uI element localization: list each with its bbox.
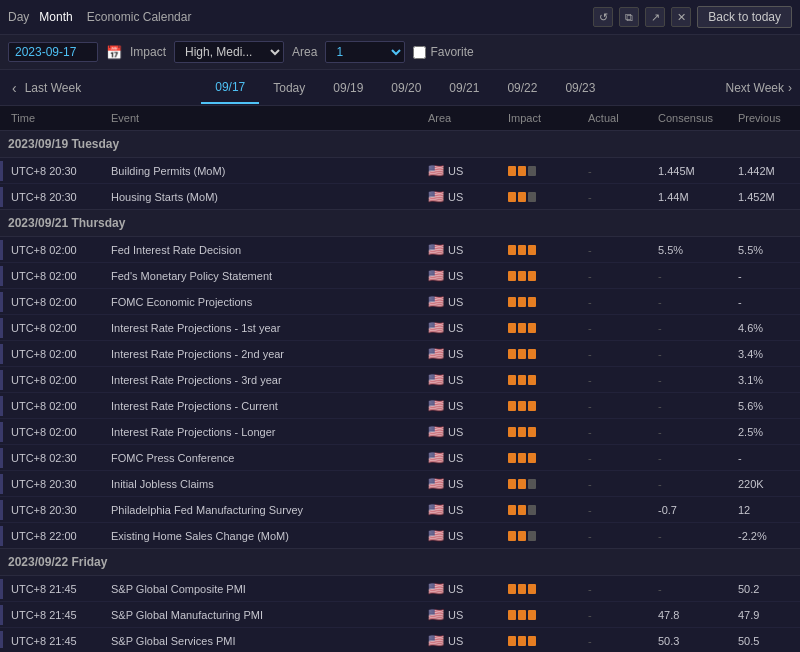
row-area: 🇺🇸US bbox=[420, 628, 500, 649]
row-actual: - bbox=[580, 628, 650, 649]
impact-bars bbox=[508, 271, 572, 281]
area-text: US bbox=[448, 244, 463, 256]
row-event: S&P Global Services PMI bbox=[103, 628, 420, 649]
row-impact bbox=[500, 341, 580, 367]
nav-date-0922[interactable]: 09/22 bbox=[493, 73, 551, 103]
calendar-icon[interactable]: 📅 bbox=[106, 45, 122, 60]
row-time: UTC+8 02:00 bbox=[3, 263, 103, 289]
row-time: UTC+8 02:30 bbox=[3, 445, 103, 471]
table-row[interactable]: UTC+8 02:00Fed's Monetary Policy Stateme… bbox=[0, 263, 800, 289]
back-to-today-button[interactable]: Back to today bbox=[697, 6, 792, 28]
row-area: 🇺🇸US bbox=[420, 289, 500, 315]
table-row[interactable]: UTC+8 02:30FOMC Press Conference🇺🇸US--- bbox=[0, 445, 800, 471]
table-row[interactable]: UTC+8 20:30Initial Jobless Claims🇺🇸US--2… bbox=[0, 471, 800, 497]
refresh-icon[interactable]: ↺ bbox=[593, 7, 613, 27]
row-impact bbox=[500, 315, 580, 341]
row-impact bbox=[500, 497, 580, 523]
row-consensus: - bbox=[650, 263, 730, 289]
col-header-time: Time bbox=[3, 106, 103, 131]
impact-bars bbox=[508, 323, 572, 333]
favorite-label[interactable]: Favorite bbox=[413, 45, 473, 59]
nav-date-0923[interactable]: 09/23 bbox=[551, 73, 609, 103]
impact-select[interactable]: High, Medi... High Medium Low bbox=[174, 41, 284, 63]
next-week-area[interactable]: Next Week › bbox=[726, 81, 792, 95]
nav-date-0921[interactable]: 09/21 bbox=[435, 73, 493, 103]
table-row[interactable]: UTC+8 02:00Interest Rate Projections - C… bbox=[0, 393, 800, 419]
row-time: UTC+8 22:00 bbox=[3, 523, 103, 549]
table-row[interactable]: UTC+8 21:45S&P Global Services PMI🇺🇸US-5… bbox=[0, 628, 800, 649]
row-previous: 47.9 bbox=[730, 602, 800, 628]
row-impact bbox=[500, 419, 580, 445]
table-row[interactable]: UTC+8 02:00Interest Rate Projections - 1… bbox=[0, 315, 800, 341]
row-time: UTC+8 02:00 bbox=[3, 367, 103, 393]
row-event: Philadelphia Fed Manufacturing Survey bbox=[103, 497, 420, 523]
us-flag: 🇺🇸 bbox=[428, 502, 444, 517]
row-previous: 50.2 bbox=[730, 576, 800, 602]
row-event: Interest Rate Projections - Longer bbox=[103, 419, 420, 445]
row-impact bbox=[500, 184, 580, 210]
table-row[interactable]: UTC+8 02:00Interest Rate Projections - 3… bbox=[0, 367, 800, 393]
table-row[interactable]: UTC+8 21:45S&P Global Manufacturing PMI🇺… bbox=[0, 602, 800, 628]
table-row[interactable]: UTC+8 21:45S&P Global Composite PMI🇺🇸US-… bbox=[0, 576, 800, 602]
nav-date-0920[interactable]: 09/20 bbox=[377, 73, 435, 103]
expand-icon[interactable]: ↗ bbox=[645, 7, 665, 27]
nav-date-today[interactable]: Today bbox=[259, 73, 319, 103]
row-actual: - bbox=[580, 184, 650, 210]
row-previous: 4.6% bbox=[730, 315, 800, 341]
table-row[interactable]: UTC+8 02:00FOMC Economic Projections🇺🇸US… bbox=[0, 289, 800, 315]
tab-month[interactable]: Month bbox=[39, 10, 72, 24]
area-text: US bbox=[448, 452, 463, 464]
row-event: Interest Rate Projections - 2nd year bbox=[103, 341, 420, 367]
area-text: US bbox=[448, 478, 463, 490]
us-flag: 🇺🇸 bbox=[428, 242, 444, 257]
area-text: US bbox=[448, 191, 463, 203]
nav-dates: 09/17 Today 09/19 09/20 09/21 09/22 09/2… bbox=[85, 72, 725, 104]
table-row[interactable]: UTC+8 02:00Fed Interest Rate Decision🇺🇸U… bbox=[0, 237, 800, 263]
row-area: 🇺🇸US bbox=[420, 237, 500, 263]
last-week-label[interactable]: Last Week bbox=[25, 81, 81, 95]
row-consensus: 5.5% bbox=[650, 237, 730, 263]
row-event: S&P Global Manufacturing PMI bbox=[103, 602, 420, 628]
row-actual: - bbox=[580, 315, 650, 341]
row-consensus: -0.7 bbox=[650, 497, 730, 523]
area-select[interactable]: 1 US EU bbox=[325, 41, 405, 63]
row-event: S&P Global Composite PMI bbox=[103, 576, 420, 602]
table-row[interactable]: UTC+8 20:30Building Permits (MoM)🇺🇸US-1.… bbox=[0, 158, 800, 184]
row-time: UTC+8 02:00 bbox=[3, 341, 103, 367]
nav-date-0919[interactable]: 09/19 bbox=[319, 73, 377, 103]
row-impact bbox=[500, 158, 580, 184]
nav-bar: ‹ Last Week 09/17 Today 09/19 09/20 09/2… bbox=[0, 70, 800, 106]
row-actual: - bbox=[580, 602, 650, 628]
row-event: Interest Rate Projections - 1st year bbox=[103, 315, 420, 341]
table-row[interactable]: UTC+8 02:00Interest Rate Projections - 2… bbox=[0, 341, 800, 367]
table-row[interactable]: UTC+8 22:00Existing Home Sales Change (M… bbox=[0, 523, 800, 549]
col-header-previous: Previous bbox=[730, 106, 800, 131]
area-text: US bbox=[448, 609, 463, 621]
row-previous: 3.1% bbox=[730, 367, 800, 393]
impact-bars bbox=[508, 531, 572, 541]
row-impact bbox=[500, 445, 580, 471]
row-area: 🇺🇸US bbox=[420, 576, 500, 602]
table-row[interactable]: UTC+8 20:30Philadelphia Fed Manufacturin… bbox=[0, 497, 800, 523]
us-flag: 🇺🇸 bbox=[428, 528, 444, 543]
row-area: 🇺🇸US bbox=[420, 341, 500, 367]
row-time: UTC+8 20:30 bbox=[3, 497, 103, 523]
us-flag: 🇺🇸 bbox=[428, 189, 444, 204]
row-impact bbox=[500, 367, 580, 393]
nav-date-0917[interactable]: 09/17 bbox=[201, 72, 259, 104]
row-previous: 5.5% bbox=[730, 237, 800, 263]
table-row[interactable]: UTC+8 20:30Housing Starts (MoM)🇺🇸US-1.44… bbox=[0, 184, 800, 210]
window-icon[interactable]: ⧉ bbox=[619, 7, 639, 27]
row-actual: - bbox=[580, 393, 650, 419]
row-consensus: - bbox=[650, 315, 730, 341]
tab-day[interactable]: Day bbox=[8, 10, 29, 24]
row-previous: 2.5% bbox=[730, 419, 800, 445]
close-icon[interactable]: ✕ bbox=[671, 7, 691, 27]
row-area: 🇺🇸US bbox=[420, 393, 500, 419]
favorite-checkbox[interactable] bbox=[413, 46, 426, 59]
table-row[interactable]: UTC+8 02:00Interest Rate Projections - L… bbox=[0, 419, 800, 445]
prev-week-arrow[interactable]: ‹ bbox=[8, 80, 21, 96]
date-input[interactable] bbox=[8, 42, 98, 62]
us-flag: 🇺🇸 bbox=[428, 320, 444, 335]
impact-bars bbox=[508, 375, 572, 385]
